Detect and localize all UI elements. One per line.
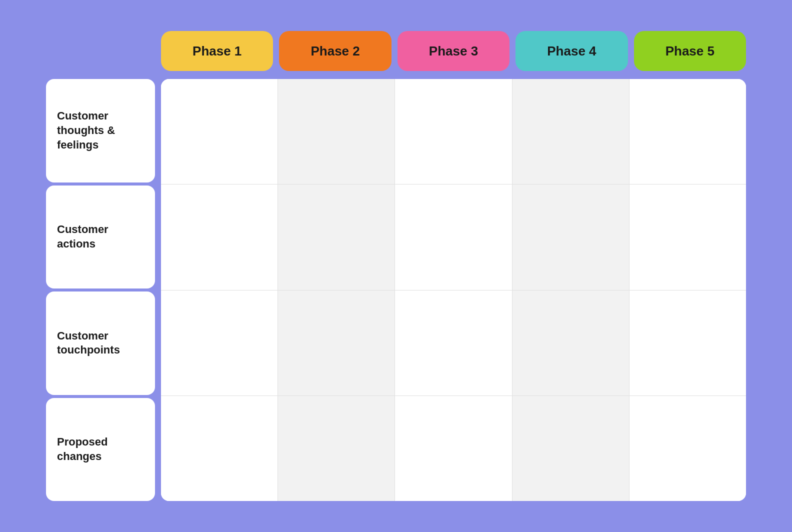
cell-changes-phase4[interactable]: [512, 396, 630, 501]
cell-touchpoints-phase3[interactable]: [395, 290, 512, 396]
phase-2-badge: Phase 2: [279, 31, 391, 71]
row-label-touchpoints: Customer touchpoints: [46, 292, 155, 395]
data-row-touchpoints: [161, 290, 746, 396]
cell-actions-phase4[interactable]: [512, 184, 630, 290]
phase-1-badge: Phase 1: [161, 31, 273, 71]
cell-changes-phase1[interactable]: [161, 396, 278, 501]
cell-touchpoints-phase4[interactable]: [512, 290, 630, 396]
row-label-thoughts-feelings: Customer thoughts & feelings: [46, 79, 155, 182]
cell-actions-phase2[interactable]: [278, 184, 395, 290]
main-grid: Customer thoughts & feelings Customer ac…: [46, 79, 746, 501]
cell-thoughts-phase1[interactable]: [161, 79, 278, 184]
cell-touchpoints-phase2[interactable]: [278, 290, 395, 396]
data-row-proposed-changes: [161, 396, 746, 501]
data-row-actions: [161, 184, 746, 290]
cell-changes-phase5[interactable]: [630, 396, 746, 501]
row-label-proposed-changes: Proposed changes: [46, 398, 155, 502]
cell-changes-phase2[interactable]: [278, 396, 395, 501]
phase-3-badge: Phase 3: [398, 31, 510, 71]
data-row-thoughts: [161, 79, 746, 184]
cell-thoughts-phase3[interactable]: [395, 79, 512, 184]
cell-thoughts-phase5[interactable]: [630, 79, 746, 184]
cell-changes-phase3[interactable]: [395, 396, 512, 501]
cell-actions-phase5[interactable]: [630, 184, 746, 290]
phase-header-row: Phase 1 Phase 2 Phase 3 Phase 4 Phase 5: [161, 31, 746, 71]
phase-4-badge: Phase 4: [516, 31, 628, 71]
row-labels-column: Customer thoughts & feelings Customer ac…: [46, 79, 155, 501]
cell-actions-phase3[interactable]: [395, 184, 512, 290]
journey-map: Phase 1 Phase 2 Phase 3 Phase 4 Phase 5 …: [46, 31, 746, 501]
cell-touchpoints-phase5[interactable]: [630, 290, 746, 396]
cell-actions-phase1[interactable]: [161, 184, 278, 290]
cell-thoughts-phase2[interactable]: [278, 79, 395, 184]
phase-5-badge: Phase 5: [634, 31, 746, 71]
cell-touchpoints-phase1[interactable]: [161, 290, 278, 396]
cell-thoughts-phase4[interactable]: [512, 79, 630, 184]
data-grid: [161, 79, 746, 501]
row-label-actions: Customer actions: [46, 186, 155, 289]
